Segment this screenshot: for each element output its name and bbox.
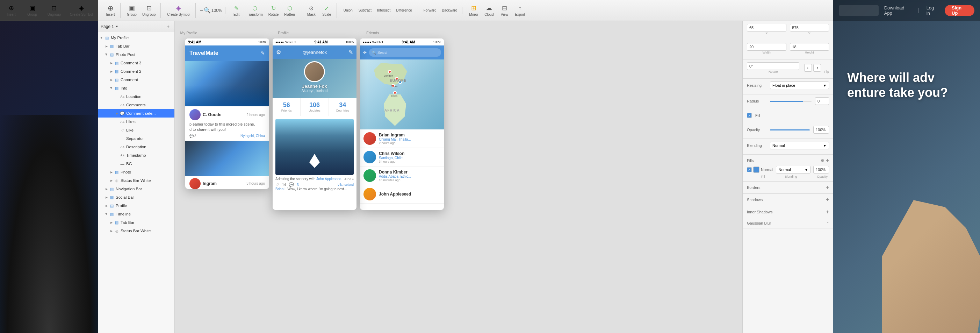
scale-button[interactable]: ⤢ Scale [320, 3, 334, 18]
layer-timeline[interactable]: ▶ ▤ Timeline [98, 210, 174, 218]
comment-icon: ▤ [114, 77, 119, 82]
map-pin-4 [393, 91, 397, 94]
fill-item-row: ✓ Normal Normal ▼ 100% [747, 166, 829, 174]
phone3-search[interactable]: 🔍 Search [369, 48, 441, 57]
insert-btn-left[interactable]: ⊕ Insert [4, 3, 18, 18]
subtract-button[interactable]: Subtract [356, 7, 374, 14]
intersect-button[interactable]: Intersect [375, 7, 393, 14]
edit-button[interactable]: ✎ Edit [230, 3, 243, 18]
layer-separator[interactable]: ▶ — Separator [98, 134, 174, 143]
opacity-slider[interactable] [770, 129, 810, 131]
layer-status-white-inner[interactable]: ▶ ◎ Status Bar White [98, 176, 174, 185]
layer-description[interactable]: ▶ Aa Description [98, 143, 174, 151]
fills-gear-icon[interactable]: ⚙ [821, 158, 824, 163]
radius-field[interactable]: 0 [815, 97, 829, 105]
layer-photo-post[interactable]: ▶ ▤ Photo Post [98, 50, 174, 59]
layer-profile[interactable]: ▶ ▤ Profile [98, 201, 174, 210]
fill-checkbox[interactable]: ✓ [747, 113, 752, 118]
tab-bar-arrow: ▶ [104, 44, 109, 49]
layer-comment3[interactable]: ▶ ▤ Comment 3 [98, 59, 174, 67]
export-button[interactable]: ↑ Export [513, 3, 527, 18]
blending-dropdown[interactable]: Normal ▼ [770, 142, 829, 149]
toolbar-zoom-group: − 🔍 100% [197, 7, 226, 14]
phone2-time: 9:41 AM [315, 40, 328, 44]
layer-root[interactable]: ▶ ▤ My Profile [98, 33, 174, 42]
layer-timeline-tab-bar[interactable]: ▶ ▤ Tab Bar [98, 218, 174, 227]
position-y-field[interactable]: 575 [790, 24, 829, 32]
radius-slider[interactable] [770, 101, 811, 102]
union-button[interactable]: Union [341, 7, 355, 14]
page-selector[interactable]: Page 1 ▼ [101, 24, 118, 29]
insert-button[interactable]: ⊕ Insert [103, 3, 118, 18]
layer-social-bar[interactable]: ▶ ▤ Social Bar [98, 193, 174, 201]
group-btn-left[interactable]: ▣ Group [25, 3, 39, 18]
flip-v-button[interactable]: ↕ [813, 64, 821, 72]
layer-bg[interactable]: ▶ ▬ BG [98, 159, 174, 168]
rotate-label: Rotate [747, 70, 799, 73]
mask-button[interactable]: ⊙ Mask [304, 3, 318, 18]
layer-navigation-bar[interactable]: ▶ ▤ Navigation Bar [98, 185, 174, 193]
backward-button[interactable]: Backward [440, 7, 460, 14]
canvas-area[interactable]: My Profile Profile Friends 9:41 AM 100% … [175, 21, 742, 333]
zoom-control[interactable]: − 🔍 100% [200, 7, 222, 14]
layer-timeline-status-white[interactable]: ▶ ◎ Status Bar White [98, 227, 174, 235]
timeline-status-label: Status Bar White [121, 229, 151, 233]
shadows-add-icon[interactable]: + [826, 197, 829, 203]
transform-button[interactable]: ⬡ Transform [245, 3, 265, 18]
width-field[interactable]: 20 [747, 43, 786, 51]
nav-login-link[interactable]: Log in [926, 5, 938, 16]
fill-blend-dropdown[interactable]: Normal ▼ [776, 166, 810, 174]
create-symbol-button[interactable]: ◈ Create Symbol [165, 3, 192, 18]
cloud-button[interactable]: ☁ Cloud [482, 3, 496, 18]
opacity-field[interactable]: 100% [813, 126, 829, 134]
timeline-label: Timeline [116, 212, 131, 216]
layer-comments-text[interactable]: ▶ Aa Comments [98, 101, 174, 109]
artboard-label-myprofile: My Profile [180, 31, 197, 35]
layer-comment-selected[interactable]: ▶ 💬 Comment-sele... [98, 109, 174, 118]
position-x-field[interactable]: 65 [747, 24, 786, 32]
layer-photo[interactable]: ▶ ▤ Photo [98, 168, 174, 176]
layer-like[interactable]: ▶ ♡ Like [98, 126, 174, 134]
transform-label: Transform [247, 13, 263, 16]
nav-download-link[interactable]: Download App [884, 5, 911, 16]
difference-button[interactable]: Difference [394, 7, 414, 14]
layer-comment2[interactable]: ▶ ▤ Comment 2 [98, 67, 174, 76]
nav-signup-button[interactable]: Sign Up [945, 5, 974, 16]
blur-settings-icon[interactable]: ⌃ [826, 221, 829, 225]
ungroup-button[interactable]: ⊡ Ungroup [140, 3, 158, 18]
inner-shadows-add-icon[interactable]: + [826, 209, 829, 215]
ungroup-btn-left[interactable]: ⊡ Ungroup [46, 3, 62, 18]
intersect-label: Intersect [377, 8, 390, 12]
layer-comment[interactable]: ▶ ▤ Comment [98, 76, 174, 84]
layer-location[interactable]: ▶ Aa Location [98, 92, 174, 101]
insert-label-left: Insert [6, 13, 15, 16]
phone1-post1: C. Goode 2 hours ago p earlier today to … [185, 106, 269, 141]
mirror-button[interactable]: ⊞ Mirror [466, 3, 480, 18]
borders-add-icon[interactable]: + [826, 184, 829, 191]
phone2-posts: Admiring the scenery with John Appleseed… [273, 116, 356, 194]
phone2-avatar-image [305, 62, 324, 81]
layer-info[interactable]: ▶ ▤ Info [98, 84, 174, 92]
layer-timestamp[interactable]: ▶ Aa Timestamp [98, 151, 174, 159]
cloud-label: Cloud [484, 13, 493, 16]
fill-color-swatch[interactable] [753, 167, 759, 173]
group-button[interactable]: ▣ Group [125, 3, 139, 18]
forward-button[interactable]: Forward [422, 7, 439, 14]
layer-panel-add-btn[interactable]: + [165, 23, 172, 30]
flatten-button[interactable]: ⬡ Flatten [282, 3, 297, 18]
layer-likes[interactable]: ▶ Aa Likes [98, 118, 174, 126]
flip-h-button[interactable]: ↔ [804, 64, 812, 72]
group-label: Group [127, 13, 137, 16]
zoom-minus[interactable]: − [200, 7, 203, 14]
layer-tab-bar[interactable]: ▶ ▤ Tab Bar [98, 42, 174, 50]
create-symbol-btn-left[interactable]: ◈ Create Symbol [69, 3, 94, 18]
fill-opacity-field[interactable]: 100% [813, 166, 829, 174]
height-field[interactable]: 18 [790, 43, 829, 51]
rotate-field[interactable]: 0° [747, 62, 799, 70]
resizing-dropdown[interactable]: Float in place ▼ [770, 81, 829, 89]
fills-add-icon[interactable]: + [826, 158, 829, 164]
rotate-button[interactable]: ↻ Rotate [266, 3, 281, 18]
friend1-time: 2 hours ago [379, 141, 441, 145]
fill-item-checkbox[interactable]: ✓ [747, 167, 752, 172]
view-button[interactable]: ⊟ View [497, 3, 511, 18]
